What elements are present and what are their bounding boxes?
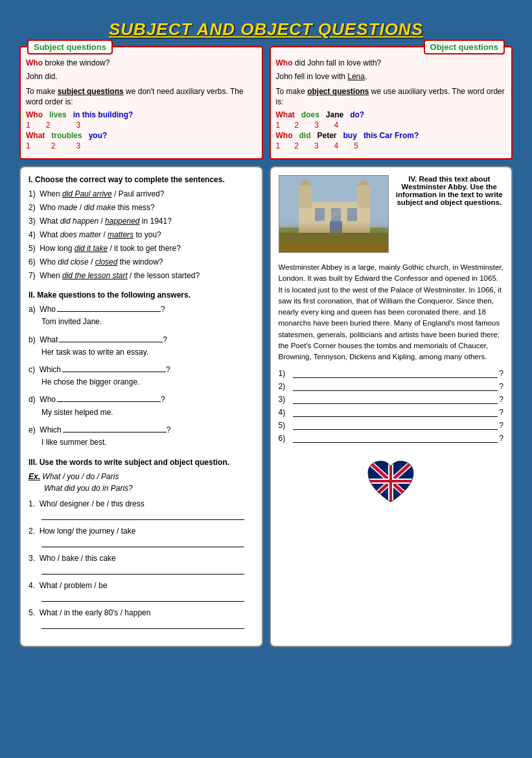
object-ex1-lena: Lena bbox=[347, 72, 365, 81]
q-blank-4 bbox=[293, 416, 498, 417]
svg-rect-11 bbox=[279, 233, 389, 253]
answer-line-c bbox=[62, 372, 166, 372]
object-row2-nums: 1 2 3 4 5 bbox=[276, 141, 507, 150]
s-r2-w2: troubles bbox=[51, 131, 82, 140]
exercise3-section: III. Use the words to write subject and … bbox=[29, 458, 254, 629]
s-r1-w1: Who bbox=[26, 110, 43, 119]
subject-ex1-rest: broke the window? bbox=[45, 58, 110, 67]
answer-line-a bbox=[57, 311, 161, 312]
answer-line-e bbox=[63, 432, 167, 432]
object-row2: Who did Peter buy this Car From? bbox=[276, 131, 507, 140]
write-line-5 bbox=[41, 620, 244, 629]
exercise2-title: II. Make questions to the following answ… bbox=[29, 290, 254, 300]
q-num-6: 6) bbox=[279, 434, 293, 443]
object-desc: To make object questions we use auxiliar… bbox=[276, 86, 507, 108]
q-mark-6: ? bbox=[499, 434, 503, 443]
object-row1-nums: 1 2 3 4 bbox=[276, 121, 507, 130]
s-r1-w2: lives bbox=[49, 110, 67, 119]
s-r1-n2: 2 bbox=[46, 121, 51, 130]
object-box: Object questions Who did John fall in lo… bbox=[270, 46, 513, 160]
exercise2-item-e: e) Which? I like summer best. bbox=[29, 424, 254, 449]
q-num-5: 5) bbox=[279, 421, 293, 430]
q-blank-6 bbox=[293, 442, 498, 443]
subject-row2-nums: 1 2 3 bbox=[26, 141, 257, 150]
o-r2-n2: 2 bbox=[294, 141, 299, 150]
subject-row1-nums: 1 2 3 bbox=[26, 121, 257, 130]
write-line-3 bbox=[41, 565, 244, 574]
write-line-1 bbox=[41, 511, 244, 520]
subject-content: Who broke the window? John did. To make … bbox=[26, 58, 257, 150]
s-r2-w1: What bbox=[26, 131, 45, 140]
q-mark-5: ? bbox=[499, 421, 503, 430]
q-line-1: 1) ? bbox=[279, 369, 504, 378]
exercise1-item5: 5) How long did it take / it took to get… bbox=[29, 243, 254, 254]
o-r1-w4: do? bbox=[350, 110, 364, 119]
q-line-3: 3) ? bbox=[279, 395, 504, 404]
exercise2-item-d: d) Who? My sister helped me. bbox=[29, 394, 254, 418]
object-content: Who did John fall in love with? John fel… bbox=[276, 58, 507, 150]
svg-rect-10 bbox=[330, 221, 342, 234]
o-r2-n5: 5 bbox=[354, 141, 358, 150]
o-r1-n2: 2 bbox=[294, 121, 299, 130]
bottom-section: I. Choose the correct way to complete th… bbox=[19, 166, 513, 647]
page-title: SUBJECT AND OBJECT QUESTIONS bbox=[109, 19, 423, 39]
title-bar: SUBJECT AND OBJECT QUESTIONS bbox=[19, 19, 513, 40]
subject-ex1-ans: John did. bbox=[26, 71, 257, 82]
o-r1-n3: 3 bbox=[314, 121, 319, 130]
svg-rect-8 bbox=[331, 208, 341, 221]
exercise2-item-a: a) Who? Tom invited Jane. bbox=[29, 303, 254, 328]
o-r1-w2: does bbox=[301, 110, 319, 119]
q-blank-5 bbox=[293, 429, 498, 430]
s-r2-w3: you? bbox=[89, 131, 108, 140]
object-row1: What does Jane do? bbox=[276, 110, 507, 119]
exercise3-item2: 2. How long/ the journey / take bbox=[29, 525, 254, 547]
subject-box: Subject questions Who broke the window? … bbox=[19, 46, 263, 160]
subject-ex1-who: Who bbox=[26, 58, 43, 67]
s-r2-n2: 2 bbox=[51, 141, 56, 150]
exercise1-item6: 6) Who did close / closed the window? bbox=[29, 256, 254, 268]
q-line-4: 4) ? bbox=[279, 408, 504, 417]
exercise1-title: I. Choose the correct way to complete th… bbox=[29, 175, 254, 184]
exercise3-title: III. Use the words to write subject and … bbox=[29, 458, 254, 467]
object-desc-highlight: object questions bbox=[307, 87, 369, 96]
exercise3-item5: 5. What / in the early 80's / happen bbox=[29, 607, 254, 629]
object-ex1-rest: did John fall in love with? bbox=[295, 58, 381, 67]
object-ex1-ans: John fell in love with Lena. bbox=[276, 71, 507, 82]
o-r1-n4: 4 bbox=[334, 121, 339, 130]
q-blank-3 bbox=[293, 403, 498, 404]
westminster-image: ESLprintables.com bbox=[279, 175, 389, 253]
q-line-5: 5) ? bbox=[279, 421, 504, 430]
exercise2-item-b: b) What? Her task was to write an essay. bbox=[29, 334, 254, 359]
answer-line-b bbox=[59, 342, 163, 342]
exercise1-item7: 7) When did the lesson start / the lesso… bbox=[29, 270, 254, 281]
svg-rect-9 bbox=[347, 208, 357, 221]
o-r2-w4: buy bbox=[343, 131, 357, 140]
left-panel: I. Choose the correct way to complete th… bbox=[19, 166, 263, 647]
o-r2-w1: Who bbox=[276, 131, 293, 140]
exercise1-item2: 2) Who made / did make this mess? bbox=[29, 202, 254, 213]
write-line-2 bbox=[41, 538, 244, 547]
q-num-3: 3) bbox=[279, 395, 293, 404]
subject-row1: Who lives in this building? bbox=[26, 110, 257, 119]
reading-text: Westminster Abbey is a large, mainly Got… bbox=[279, 262, 504, 362]
write-line-4 bbox=[41, 593, 244, 602]
exercise1-item1: 1) When did Paul arrive / Paul arrived? bbox=[29, 188, 254, 200]
object-ex1-who: Who bbox=[276, 58, 293, 67]
subject-desc-highlight: subject questions bbox=[58, 87, 124, 96]
q-line-2: 2) ? bbox=[279, 382, 504, 391]
q-mark-1: ? bbox=[499, 369, 503, 378]
o-r2-n1: 1 bbox=[276, 141, 281, 150]
o-r1-w1: What bbox=[276, 110, 295, 119]
subject-row2: What troubles you? bbox=[26, 131, 257, 140]
object-word-order: What does Jane do? 1 2 3 4 Who did P bbox=[276, 110, 507, 150]
exercise3-item1: 1. Who/ designer / be / this dress bbox=[29, 498, 254, 520]
s-r1-n3: 3 bbox=[76, 121, 80, 130]
exercise4-header: ESLprintables.com IV. Read this text abo… bbox=[279, 175, 504, 257]
subject-desc: To make subject questions we don't need … bbox=[26, 86, 257, 108]
subject-word-order: Who lives in this building? 1 2 3 What t… bbox=[26, 110, 257, 150]
o-r2-n3: 3 bbox=[314, 141, 319, 150]
right-panel: ESLprintables.com IV. Read this text abo… bbox=[270, 166, 513, 647]
q-line-6: 6) ? bbox=[279, 434, 504, 443]
svg-rect-4 bbox=[357, 185, 370, 208]
exercise1-item3: 3) What did happen / happened in 1941? bbox=[29, 215, 254, 227]
